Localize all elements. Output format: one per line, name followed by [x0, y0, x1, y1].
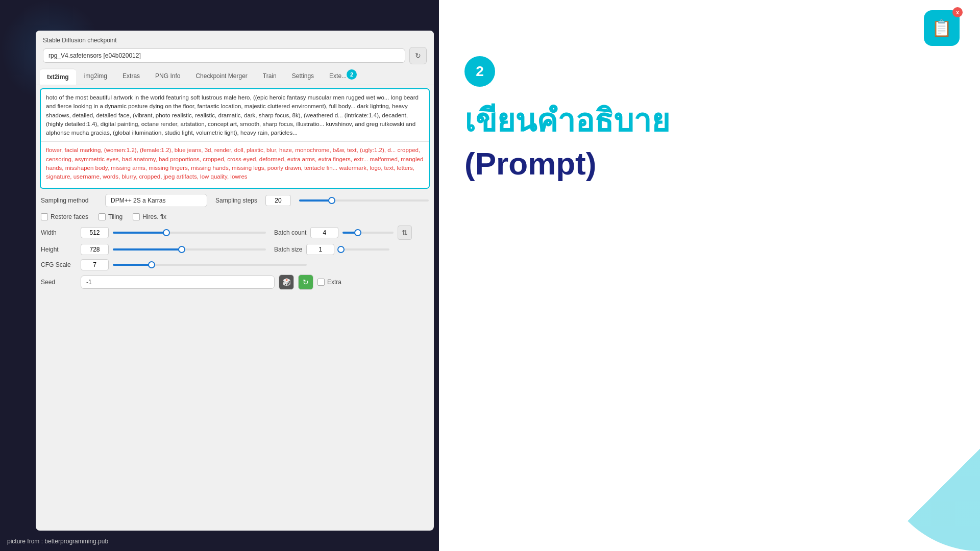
batch-size-input[interactable] [306, 244, 334, 255]
tab-settings[interactable]: Settings [285, 68, 321, 85]
prompts-container: hoto of the most beautiful artwork in th… [40, 88, 430, 189]
bottom-decoration [878, 449, 980, 551]
extra-check[interactable] [317, 279, 325, 286]
tab-checkpoint-merger[interactable]: Checkpoint Merger [188, 68, 254, 85]
cfg-scale-slider[interactable] [113, 261, 307, 268]
tiling-check[interactable] [99, 213, 106, 220]
tab-train[interactable]: Train [256, 68, 284, 85]
tab-extensions[interactable]: Exte... 2 [322, 68, 358, 85]
swap-dimensions-button[interactable]: ⇅ [398, 226, 412, 240]
sampling-steps-slider[interactable] [299, 199, 429, 202]
checkpoint-section: Stable Diffusion checkpoint rpg_V4.safet… [36, 31, 434, 68]
hires-fix-label: Hires. fix [142, 213, 166, 220]
tabs-bar: txt2img img2img Extras PNG Info Checkpoi… [36, 68, 434, 85]
seed-label: Seed [41, 279, 77, 286]
step-badge: 2 [464, 56, 495, 87]
width-label: Width [41, 229, 77, 236]
height-slider[interactable] [113, 246, 266, 253]
checkpoint-select[interactable]: rpg_V4.safetensors [e04b020012] [43, 48, 405, 63]
right-panel: 📋 x 2 เขียนคำอธิบาย (Prompt) [439, 0, 980, 551]
logo-x-badge: x [952, 7, 963, 17]
cfg-scale-input[interactable] [81, 259, 109, 270]
negative-prompt[interactable]: flower, facial marking, (women:1.2), (fe… [41, 142, 429, 188]
sub-title: (Prompt) [464, 145, 596, 183]
sampling-method-label: Sampling method [41, 197, 97, 204]
height-label: Height [41, 246, 77, 253]
batch-count-row: Batch count [274, 227, 394, 238]
extensions-badge: 2 [347, 69, 357, 80]
main-title: เขียนคำอธิบาย [464, 102, 670, 140]
height-input[interactable] [81, 244, 109, 255]
height-row: Height Batch size [36, 244, 434, 255]
extra-checkbox-row: Extra [317, 279, 341, 286]
left-panel: Stable Diffusion checkpoint rpg_V4.safet… [0, 0, 439, 551]
sampling-steps-input[interactable] [265, 195, 291, 206]
checkpoint-row: rpg_V4.safetensors [e04b020012] ↻ [43, 47, 427, 64]
sampling-steps-label: Sampling steps [215, 197, 257, 204]
hires-fix-checkbox[interactable]: Hires. fix [133, 213, 166, 220]
sampling-method-row: Sampling method DPM++ 2S a Karras Sampli… [36, 192, 434, 209]
tab-img2img[interactable]: img2img [77, 68, 114, 85]
tiling-checkbox[interactable]: Tiling [99, 213, 122, 220]
stable-diffusion-ui: Stable Diffusion checkpoint rpg_V4.safet… [36, 31, 434, 531]
seed-row: Seed 🎲 ↻ Extra [36, 274, 434, 290]
tab-txt2img[interactable]: txt2img [40, 68, 76, 85]
refresh-button[interactable]: ↻ [409, 47, 427, 64]
checkboxes-row: Restore faces Tiling Hires. fix [36, 213, 434, 220]
seed-recycle-button[interactable]: ↻ [298, 274, 313, 290]
positive-prompt[interactable]: hoto of the most beautiful artwork in th… [41, 89, 429, 142]
seed-input[interactable] [81, 276, 275, 289]
extra-label: Extra [327, 279, 341, 286]
logo-icon-symbol: 📋 [932, 18, 952, 38]
batch-count-slider[interactable] [342, 232, 394, 234]
cfg-scale-label: CFG Scale [41, 261, 77, 268]
batch-size-label: Batch size [274, 246, 302, 253]
width-slider[interactable] [113, 229, 266, 236]
width-input[interactable] [81, 227, 109, 238]
restore-faces-check[interactable] [41, 213, 48, 220]
restore-faces-label: Restore faces [51, 213, 88, 220]
batch-size-slider[interactable] [338, 248, 389, 251]
tab-png-info[interactable]: PNG Info [148, 68, 187, 85]
batch-size-row: Batch size [274, 244, 389, 255]
width-row: Width Batch count ⇅ [36, 226, 434, 240]
tab-extras[interactable]: Extras [115, 68, 147, 85]
tiling-label: Tiling [108, 213, 122, 220]
batch-count-label: Batch count [274, 229, 306, 236]
app-logo: 📋 x [924, 10, 960, 46]
cfg-scale-row: CFG Scale [36, 259, 434, 270]
logo-area: 📋 x [924, 10, 960, 46]
hires-fix-check[interactable] [133, 213, 140, 220]
bottom-text: picture from : betterprogramming.pub [0, 532, 439, 551]
batch-count-input[interactable] [310, 227, 338, 238]
restore-faces-checkbox[interactable]: Restore faces [41, 213, 88, 220]
seed-random-button[interactable]: 🎲 [279, 274, 294, 290]
checkpoint-label: Stable Diffusion checkpoint [43, 37, 427, 44]
sampling-method-select[interactable]: DPM++ 2S a Karras [105, 194, 207, 207]
